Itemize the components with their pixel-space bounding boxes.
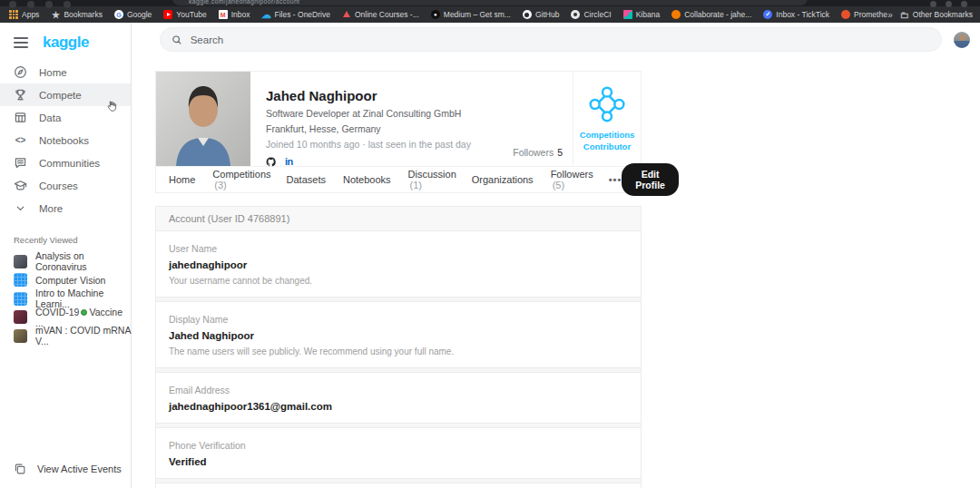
tab-competitions[interactable]: Competitions (3) — [212, 169, 270, 190]
bookmark-label: Apps — [22, 10, 39, 19]
address-bar[interactable]: kaggle.com/jahednaghipoor/account — [172, 0, 808, 5]
more-tabs-ellipsis[interactable]: ••• — [609, 174, 622, 185]
sidebar: kaggle Home Compete Data <> Notebooks — [0, 23, 132, 488]
bookmark-label: Collaborate - jahe... — [684, 10, 751, 19]
apps-grid-icon — [9, 10, 18, 19]
recent-item-intro-ml[interactable]: Intro to Machine Learni... — [0, 289, 131, 308]
linkedin-profile-icon[interactable]: in — [285, 156, 293, 167]
account-section-header: Account (User ID 4768891) — [156, 207, 641, 231]
username-value: jahednaghipoor — [169, 259, 628, 270]
bookmark-youtube[interactable]: YouTube — [163, 10, 206, 19]
bookmarks-overflow-chevron[interactable]: » — [887, 10, 893, 20]
view-active-events-label: View Active Events — [37, 464, 122, 474]
tier-badge[interactable]: Competitions Contributor — [573, 72, 641, 166]
other-bookmarks[interactable]: 🗀 Other Bookmarks — [900, 10, 973, 19]
recent-item-mvan-covid[interactable]: mVAN : COVID mRNA V... — [0, 327, 131, 346]
virus-emoji-icon — [81, 309, 87, 316]
bookmark-apps[interactable]: Apps — [9, 10, 39, 19]
bookmark-kibana[interactable]: Kibana — [623, 10, 660, 19]
bookmark-github[interactable]: GitHub — [523, 10, 559, 19]
bookmark-bookmarks[interactable]: ★ Bookmarks — [51, 10, 103, 19]
recently-viewed-heading: Recently Viewed — [14, 235, 131, 245]
recent-item-analysis-coronavirus[interactable]: Analysis on Coronavirus — [0, 252, 131, 271]
tab-followers[interactable]: Followers (5) — [551, 169, 593, 190]
tab-datasets[interactable]: Datasets — [287, 174, 328, 185]
bookmark-onedrive[interactable]: ☁ Files - OneDrive — [262, 10, 330, 19]
recent-item-computer-vision[interactable]: Computer Vision — [0, 271, 131, 290]
menu-icon[interactable] — [14, 34, 28, 51]
followers-count: Followers5 — [513, 147, 563, 158]
edit-profile-button[interactable]: Edit Profile — [622, 163, 679, 196]
bookmark-prometheus[interactable]: Prometheus Time... — [841, 10, 887, 19]
prometheus-favicon — [841, 10, 850, 19]
stacked-windows-icon — [14, 463, 26, 475]
tab-notebooks[interactable]: Notebooks — [343, 174, 393, 185]
profile-occupation: Software Developer at Zinal Consulting G… — [266, 108, 471, 119]
bookmark-online-courses[interactable]: Online Courses -... — [342, 10, 419, 19]
profile-name: Jahed Naghipoor — [266, 88, 471, 103]
youtube-favicon — [163, 10, 172, 19]
sidebar-item-compete[interactable]: Compete — [0, 83, 131, 106]
sidebar-item-label: Home — [39, 67, 67, 78]
sidebar-item-communities[interactable]: Communities — [0, 151, 131, 174]
kaggle-logo[interactable]: kaggle — [43, 34, 89, 52]
code-icon: <> — [14, 135, 27, 145]
bookmarks-list: Apps ★ Bookmarks G Google YouTube M Inbo… — [9, 10, 887, 19]
top-bar — [132, 23, 980, 56]
sidebar-item-label: More — [39, 203, 63, 214]
search-bar[interactable] — [160, 27, 942, 52]
chevron-down-icon — [14, 201, 27, 215]
user-avatar[interactable] — [954, 32, 970, 48]
browser-nav-buttons[interactable] — [9, 1, 71, 8]
sidebar-item-notebooks[interactable]: <> Notebooks — [0, 129, 131, 151]
search-input[interactable] — [191, 34, 930, 45]
sidebar-item-data[interactable]: Data — [0, 106, 131, 129]
folder-icon: 🗀 — [900, 10, 909, 19]
tab-discussion[interactable]: Discussion (1) — [408, 169, 456, 190]
tab-home[interactable]: Home — [169, 174, 197, 185]
notebook-thumbnail — [14, 255, 27, 268]
field-label: Email Address — [169, 385, 628, 395]
recent-item-covid-vaccine[interactable]: COVID-19Vaccine ... — [0, 308, 131, 327]
github-profile-icon[interactable] — [266, 157, 276, 167]
sidebar-item-label: Notebooks — [39, 135, 89, 146]
dataset-thumbnail — [14, 310, 27, 324]
medium-favicon: ● — [431, 10, 440, 19]
recent-item-label: Analysis on Coronavirus — [35, 250, 131, 272]
field-label: Phone Verification — [169, 440, 628, 451]
view-active-events-button[interactable]: View Active Events — [14, 463, 122, 475]
display-name-value[interactable]: Jahed Naghipoor — [169, 330, 628, 341]
recent-item-label: Computer Vision — [35, 275, 105, 286]
bookmark-label: Inbox — [231, 10, 250, 19]
bookmark-collaborate[interactable]: Collaborate - jahe... — [671, 10, 751, 19]
badge-line1: Competitions — [580, 130, 635, 142]
email-value: jahednaghipoor1361@gmail.com — [169, 401, 628, 412]
bookmark-ticktick[interactable]: ✓ Inbox - TickTick — [763, 10, 829, 19]
browser-extension-icons[interactable] — [930, 1, 967, 7]
bookmark-google[interactable]: G Google — [114, 10, 152, 19]
profile-joined: Joined 10 months ago · last seen in the … — [266, 139, 471, 150]
username-field-group: User Name jahednaghipoor Your username c… — [156, 231, 641, 297]
bookmark-inbox[interactable]: M Inbox — [219, 10, 250, 19]
bookmark-label: Google — [127, 10, 152, 19]
sidebar-item-more[interactable]: More — [0, 197, 131, 220]
tab-organizations[interactable]: Organizations — [472, 174, 535, 185]
sidebar-item-home[interactable]: Home — [0, 61, 131, 83]
profile-location: Frankfurt, Hesse, Germany — [266, 123, 471, 134]
google-favicon: G — [114, 10, 123, 19]
star-icon: ★ — [51, 10, 60, 19]
email-preferences-group: Email Preferences Your email preferences… — [156, 483, 641, 488]
collaborate-favicon — [671, 10, 681, 19]
sidebar-item-label: Communities — [39, 158, 100, 169]
bookmark-label: YouTube — [176, 10, 206, 19]
other-bookmarks-label: Other Bookmarks — [913, 10, 973, 19]
account-settings-card: Account (User ID 4768891) User Name jahe… — [155, 206, 642, 488]
bookmark-circleci[interactable]: CircleCI — [571, 10, 611, 19]
sidebar-item-courses[interactable]: Courses — [0, 174, 131, 197]
chat-icon — [14, 156, 27, 170]
circleci-favicon — [571, 10, 580, 19]
search-icon — [172, 34, 182, 45]
field-help-text: The name users will see publicly. We rec… — [169, 346, 628, 356]
bookmark-medium[interactable]: ● Medium – Get sm... — [431, 10, 511, 19]
bookmark-label: CircleCI — [583, 10, 611, 19]
